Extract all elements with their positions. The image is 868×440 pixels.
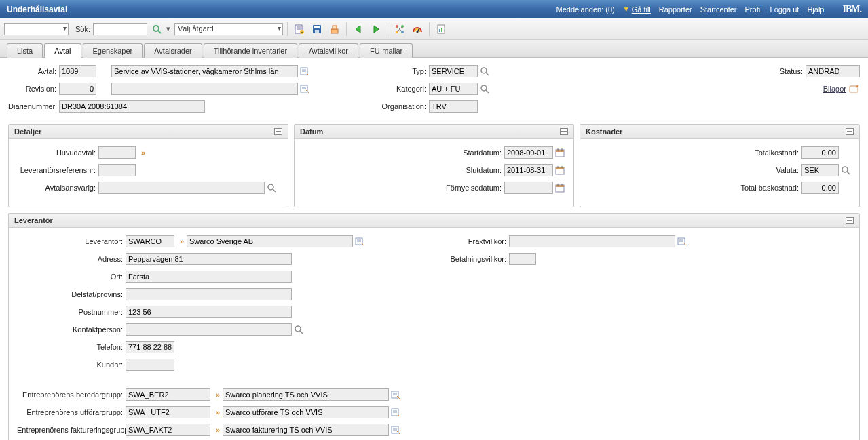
diarie-field[interactable] bbox=[59, 100, 205, 113]
revision-desc-field[interactable] bbox=[111, 83, 298, 95]
beredar-desc-field[interactable] bbox=[223, 388, 389, 401]
new-record-icon[interactable]: + bbox=[292, 22, 307, 37]
huvudavtal-field[interactable] bbox=[98, 146, 136, 159]
fornyelse-field[interactable] bbox=[504, 182, 553, 194]
lookup-icon[interactable] bbox=[266, 182, 277, 193]
reports-icon[interactable] bbox=[434, 22, 449, 37]
goto-icon[interactable]: » bbox=[212, 424, 223, 435]
org-field[interactable] bbox=[429, 100, 478, 113]
nav-hjalp[interactable]: Hjälp bbox=[807, 5, 824, 14]
leverantor-field[interactable] bbox=[126, 235, 174, 247]
levref-field[interactable] bbox=[98, 164, 136, 176]
goto-icon[interactable]: » bbox=[176, 236, 187, 247]
typ-field[interactable] bbox=[429, 65, 478, 77]
slutdatum-field[interactable] bbox=[504, 164, 553, 176]
detail-menu-icon[interactable] bbox=[354, 236, 365, 247]
app-header: Underhållsavtal Meddelanden: (0) ▼ Gå ti… bbox=[0, 0, 868, 18]
kundnr-label: Kundnr: bbox=[17, 361, 126, 369]
action-select-label: Välj åtgärd bbox=[175, 24, 214, 33]
svg-line-32 bbox=[486, 90, 489, 93]
lookup-icon[interactable] bbox=[479, 66, 490, 77]
leverantor-desc-field[interactable] bbox=[187, 235, 353, 247]
tab-avtal[interactable]: Avtal bbox=[44, 43, 81, 58]
nav-loggaut[interactable]: Logga ut bbox=[770, 5, 799, 14]
detail-menu-icon[interactable] bbox=[677, 236, 687, 247]
tab-inventarier[interactable]: Tillhörande inventarier bbox=[204, 43, 297, 58]
calendar-icon[interactable] bbox=[554, 147, 565, 158]
utfor-field[interactable] bbox=[126, 406, 210, 418]
workflow-icon[interactable] bbox=[392, 22, 407, 37]
baskostnad-field[interactable] bbox=[801, 182, 839, 194]
avtal-field[interactable] bbox=[59, 65, 96, 77]
bilagor-link[interactable]: Bilagor bbox=[823, 85, 846, 93]
startdatum-field[interactable] bbox=[504, 146, 553, 159]
valuta-field[interactable] bbox=[801, 164, 839, 176]
goto-icon[interactable]: » bbox=[212, 407, 223, 418]
ansvarig-field[interactable] bbox=[98, 182, 265, 194]
dropdown-arrow-icon[interactable]: ▾ bbox=[166, 24, 170, 33]
nav-startcenter[interactable]: Startcenter bbox=[700, 5, 737, 14]
tab-fumallar[interactable]: FU-mallar bbox=[360, 43, 413, 58]
goto-menu[interactable]: ▼ Gå till bbox=[623, 5, 651, 14]
tab-avtalsrader[interactable]: Avtalsrader bbox=[144, 43, 202, 58]
detail-menu-icon[interactable] bbox=[390, 424, 401, 435]
telefon-field[interactable] bbox=[126, 341, 174, 353]
clear-icon[interactable] bbox=[327, 22, 342, 37]
betal-field[interactable] bbox=[509, 253, 536, 265]
provins-field[interactable] bbox=[126, 288, 292, 300]
detail-menu-icon[interactable] bbox=[390, 389, 401, 400]
kontakt-field[interactable] bbox=[126, 323, 292, 336]
fakt-desc-field[interactable] bbox=[223, 424, 389, 436]
totalkostnad-field[interactable] bbox=[801, 146, 839, 159]
nav-profil[interactable]: Profil bbox=[745, 5, 762, 14]
goto-icon[interactable]: » bbox=[137, 147, 148, 158]
attachments-icon[interactable] bbox=[849, 83, 860, 94]
fakt-field[interactable] bbox=[126, 424, 210, 436]
panel-toggle-icon[interactable] bbox=[846, 128, 854, 135]
kategori-label: Kategori: bbox=[381, 85, 429, 93]
svg-point-34 bbox=[268, 184, 273, 190]
lookup-icon[interactable] bbox=[840, 165, 851, 176]
detail-menu-icon-2[interactable] bbox=[299, 83, 310, 94]
revision-field[interactable] bbox=[59, 83, 96, 95]
lookup-icon[interactable] bbox=[293, 324, 304, 335]
tab-lista[interactable]: Lista bbox=[7, 43, 43, 58]
kundnr-field[interactable] bbox=[126, 359, 174, 371]
avtal-desc-field[interactable] bbox=[111, 65, 298, 77]
utfor-desc-field[interactable] bbox=[223, 406, 389, 418]
panel-toggle-icon[interactable] bbox=[274, 128, 282, 135]
avtal-label: Avtal: bbox=[8, 67, 59, 75]
frakt-field[interactable] bbox=[509, 235, 675, 247]
lookup-icon[interactable] bbox=[479, 83, 490, 94]
adress-field[interactable] bbox=[126, 253, 292, 265]
ort-field[interactable] bbox=[126, 271, 292, 283]
status-field[interactable] bbox=[806, 65, 860, 77]
messages-link[interactable]: Meddelanden: (0) bbox=[556, 5, 615, 14]
panel-toggle-icon[interactable] bbox=[560, 128, 568, 135]
panel-toggle-icon[interactable] bbox=[846, 217, 854, 224]
calendar-icon[interactable] bbox=[554, 182, 565, 193]
action-select[interactable]: Välj åtgärd bbox=[174, 23, 283, 35]
tab-avtalsvillkor[interactable]: Avtalsvillkor bbox=[299, 43, 358, 58]
kontakt-label: Kontaktperson: bbox=[17, 325, 126, 334]
tab-egenskaper[interactable]: Egenskaper bbox=[83, 43, 143, 58]
goto-icon[interactable]: » bbox=[212, 389, 223, 400]
kategori-field[interactable] bbox=[429, 83, 478, 95]
beredar-field[interactable] bbox=[126, 388, 210, 401]
svg-rect-22 bbox=[441, 28, 442, 32]
panel-title-leverantor: Leverantör bbox=[14, 216, 53, 224]
nav-rapporter[interactable]: Rapporter bbox=[659, 5, 692, 14]
find-dropdown[interactable] bbox=[4, 23, 69, 35]
calendar-icon[interactable] bbox=[554, 165, 565, 176]
tabs-row: Lista Avtal Egenskaper Avtalsrader Tillh… bbox=[0, 40, 868, 58]
save-icon[interactable] bbox=[309, 22, 324, 37]
detail-menu-icon[interactable] bbox=[390, 407, 401, 418]
kpi-icon[interactable] bbox=[410, 22, 425, 37]
prev-record-icon[interactable] bbox=[351, 22, 366, 37]
next-record-icon[interactable] bbox=[369, 22, 383, 37]
detail-menu-icon[interactable] bbox=[299, 66, 310, 77]
postnr-field[interactable] bbox=[126, 306, 292, 318]
search-icon[interactable] bbox=[151, 24, 162, 35]
search-input[interactable] bbox=[93, 23, 147, 35]
svg-rect-37 bbox=[556, 150, 564, 152]
